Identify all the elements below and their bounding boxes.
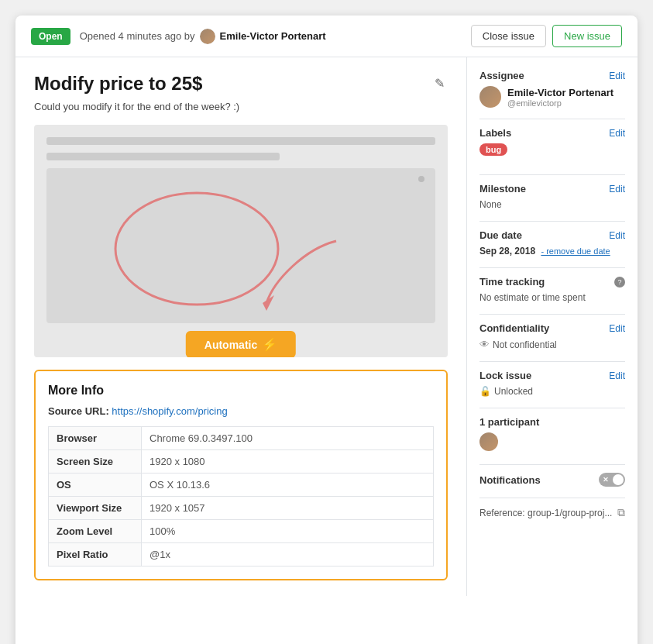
top-bar-actions: Close issue New issue — [471, 25, 622, 47]
assignee-info: Emile-Victor Portenart @emilevictorp — [507, 87, 613, 108]
due-date-label: Due date — [479, 229, 522, 241]
reference-label: Reference: group-1/group-proj... — [479, 508, 612, 518]
automatic-label: Automatic — [204, 339, 257, 351]
issue-description: Could you modify it for the end of the w… — [34, 101, 448, 112]
due-date-value-row: Sep 28, 2018 - remove due date — [479, 246, 625, 257]
divider-5 — [479, 314, 625, 315]
notifications-toggle[interactable]: ✕ — [599, 473, 625, 487]
milestone-edit[interactable]: Edit — [609, 184, 625, 195]
assignee-edit[interactable]: Edit — [609, 71, 625, 81]
right-panel: Assignee Edit Emile-Victor Portenart @em… — [467, 57, 638, 596]
lock-icon: 🔓 — [479, 386, 491, 397]
notifications-row: Notifications ✕ — [479, 473, 625, 487]
confidentiality-value: Not confidential — [493, 339, 557, 350]
participants-section: 1 participant — [479, 416, 625, 453]
table-row: Pixel Ratio@1x — [49, 543, 434, 567]
due-date-edit[interactable]: Edit — [609, 230, 625, 241]
author-name: Emile-Victor Portenart — [220, 30, 326, 42]
milestone-value: None — [479, 199, 625, 210]
info-table: BrowserChrome 69.0.3497.100Screen Size19… — [48, 426, 434, 567]
assignee-name: Emile-Victor Portenart — [507, 87, 613, 98]
more-info-card: More Info Source URL: https://shopify.co… — [34, 370, 448, 580]
assignee-handle: @emilevictorp — [507, 98, 613, 108]
table-cell-label: Pixel Ratio — [49, 543, 142, 567]
confidentiality-header: Confidentiality Edit — [479, 322, 625, 334]
screenshot-bar-2 — [46, 153, 280, 160]
top-bar-meta: Opened 4 minutes ago by Emile-Victor Por… — [80, 29, 462, 44]
labels-edit[interactable]: Edit — [609, 128, 625, 139]
assignee-row: Emile-Victor Portenart @emilevictorp — [479, 86, 625, 108]
table-cell-label: Browser — [49, 427, 142, 450]
eye-icon: 👁 — [479, 339, 490, 350]
table-cell-value: @1x — [142, 543, 434, 567]
time-tracking-value: No estimate or time spent — [479, 292, 625, 303]
screenshot-bar-1 — [46, 137, 435, 145]
top-bar: Open Opened 4 minutes ago by Emile-Victo… — [15, 15, 638, 57]
lock-value: Unlocked — [494, 386, 533, 397]
author-avatar — [200, 29, 215, 44]
content-area: Modify price to 25$ ✎ Could you modify i… — [15, 57, 638, 596]
table-cell-label: OS — [49, 474, 142, 497]
lightning-icon: ⚡ — [262, 337, 277, 352]
meta-text: Opened 4 minutes ago by — [80, 30, 195, 42]
main-container: Open Opened 4 minutes ago by Emile-Victo… — [15, 15, 638, 644]
copy-icon[interactable]: ⧉ — [617, 506, 625, 519]
toggle-knob — [613, 474, 624, 485]
source-url-label: Source URL: — [48, 405, 109, 417]
milestone-label: Milestone — [479, 183, 526, 195]
divider-8 — [479, 464, 625, 465]
lock-value-row: 🔓 Unlocked — [479, 386, 625, 397]
table-cell-value: Chrome 69.0.3497.100 — [142, 427, 434, 450]
confidentiality-label: Confidentiality — [479, 322, 549, 334]
participants-label: 1 participant — [479, 416, 625, 428]
time-tracking-label: Time tracking — [479, 276, 545, 288]
more-info-title: More Info — [48, 384, 434, 398]
confidentiality-edit[interactable]: Edit — [609, 323, 625, 334]
participant-avatar — [479, 432, 498, 451]
issue-title: Modify price to 25$ — [34, 73, 202, 95]
close-issue-button[interactable]: Close issue — [471, 25, 546, 47]
table-cell-value: 1920 x 1057 — [142, 497, 434, 520]
confidentiality-value-row: 👁 Not confidential — [479, 339, 625, 350]
left-panel: Modify price to 25$ ✎ Could you modify i… — [15, 57, 467, 596]
divider-7 — [479, 408, 625, 408]
table-row: Screen Size1920 x 1080 — [49, 450, 434, 474]
labels-label: Labels — [479, 127, 511, 139]
due-date-value: Sep 28, 2018 — [479, 246, 535, 257]
lock-label: Lock issue — [479, 370, 531, 381]
open-badge: Open — [31, 28, 70, 45]
divider-2 — [479, 174, 625, 175]
screenshot-area: Automatic ⚡ — [34, 125, 448, 357]
lock-edit[interactable]: Edit — [609, 370, 625, 381]
time-tracking-header: Time tracking ? — [479, 276, 625, 288]
issue-title-row: Modify price to 25$ ✎ — [34, 73, 448, 95]
labels-header: Labels Edit — [479, 127, 625, 139]
table-cell-label: Zoom Level — [49, 520, 142, 543]
table-cell-value: 100% — [142, 520, 434, 543]
table-cell-label: Screen Size — [49, 450, 142, 474]
divider-1 — [479, 119, 625, 119]
divider-6 — [479, 361, 625, 362]
toggle-x: ✕ — [603, 476, 609, 484]
new-issue-button[interactable]: New issue — [552, 25, 622, 47]
browser-dot — [418, 176, 424, 182]
due-date-header: Due date Edit — [479, 229, 625, 241]
table-row: Viewport Size1920 x 1057 — [49, 497, 434, 520]
assignee-header: Assignee Edit — [479, 70, 625, 81]
bug-label-badge: bug — [479, 143, 507, 156]
notifications-label: Notifications — [479, 474, 541, 486]
table-cell-value: 1920 x 1080 — [142, 450, 434, 474]
table-cell-label: Viewport Size — [49, 497, 142, 520]
help-icon[interactable]: ? — [614, 277, 625, 288]
table-cell-value: OS X 10.13.6 — [142, 474, 434, 497]
assignee-label: Assignee — [479, 70, 524, 81]
table-row: BrowserChrome 69.0.3497.100 — [49, 427, 434, 450]
edit-title-button[interactable]: ✎ — [431, 73, 448, 94]
table-row: OSOS X 10.13.6 — [49, 474, 434, 497]
remove-due-date-link[interactable]: - remove due date — [541, 246, 610, 256]
source-url-link[interactable]: https://shopify.com/pricing — [112, 405, 227, 417]
assignee-avatar — [479, 86, 501, 108]
automatic-button[interactable]: Automatic ⚡ — [186, 331, 296, 357]
divider-9 — [479, 498, 625, 498]
screenshot-content — [34, 125, 448, 336]
